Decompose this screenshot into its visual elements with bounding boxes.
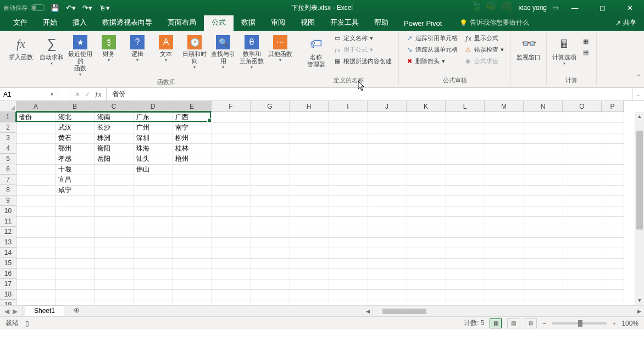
cell[interactable] bbox=[602, 143, 624, 154]
cell[interactable] bbox=[134, 185, 173, 195]
cell[interactable] bbox=[16, 154, 55, 164]
username[interactable]: xiao yong bbox=[519, 4, 547, 12]
cell[interactable] bbox=[290, 206, 329, 216]
cell[interactable] bbox=[290, 216, 329, 227]
cell[interactable] bbox=[563, 133, 602, 143]
row-header-13[interactable]: 13 bbox=[0, 237, 16, 248]
cell[interactable] bbox=[368, 300, 407, 305]
tab-data[interactable]: 数据 bbox=[234, 14, 263, 31]
col-header-F[interactable]: F bbox=[212, 101, 251, 112]
cell[interactable] bbox=[212, 195, 251, 206]
name-box[interactable]: A1▼ bbox=[0, 88, 58, 100]
cell[interactable] bbox=[563, 289, 602, 300]
scroll-down-icon[interactable]: ▼ bbox=[635, 296, 644, 305]
cell[interactable] bbox=[95, 289, 134, 300]
cell[interactable] bbox=[485, 227, 524, 237]
cell[interactable] bbox=[368, 227, 407, 237]
cell[interactable] bbox=[290, 279, 329, 289]
cell[interactable] bbox=[212, 227, 251, 237]
cell[interactable] bbox=[446, 227, 485, 237]
cell[interactable] bbox=[524, 112, 563, 122]
select-all[interactable] bbox=[0, 101, 16, 112]
cell[interactable] bbox=[95, 268, 134, 279]
cell[interactable]: 十堰 bbox=[55, 164, 95, 175]
cell[interactable] bbox=[368, 133, 407, 143]
cell[interactable] bbox=[16, 300, 55, 305]
cell[interactable] bbox=[368, 237, 407, 248]
cell[interactable]: 长沙 bbox=[95, 122, 134, 133]
cell[interactable]: 孝感 bbox=[55, 154, 95, 164]
cell[interactable] bbox=[407, 248, 446, 258]
cell[interactable] bbox=[290, 112, 329, 122]
zoom-out-icon[interactable]: − bbox=[542, 320, 546, 327]
cell[interactable] bbox=[524, 143, 563, 154]
cell[interactable] bbox=[563, 248, 602, 258]
cell[interactable] bbox=[95, 237, 134, 248]
create-from-selection-button[interactable]: ▦根据所选内容创建 bbox=[331, 56, 394, 66]
cell[interactable] bbox=[173, 237, 212, 248]
cell[interactable] bbox=[212, 154, 251, 164]
calc-options-button[interactable]: 🖩计算选项▾ bbox=[551, 33, 578, 66]
cell[interactable] bbox=[485, 289, 524, 300]
row-header-14[interactable]: 14 bbox=[0, 248, 16, 258]
cell[interactable] bbox=[602, 248, 624, 258]
save-icon[interactable]: 💾 bbox=[51, 4, 59, 12]
chevron-down-icon[interactable]: ▼ bbox=[49, 92, 54, 97]
col-header-J[interactable]: J bbox=[368, 101, 407, 112]
tell-me[interactable]: 💡告诉我你想要做什么 bbox=[455, 15, 534, 31]
cell[interactable] bbox=[446, 185, 485, 195]
use-in-formula-button[interactable]: ƒx用于公式 ▾ bbox=[331, 44, 394, 55]
cell[interactable] bbox=[485, 154, 524, 164]
cell[interactable] bbox=[407, 289, 446, 300]
cell[interactable] bbox=[251, 143, 290, 154]
cell[interactable] bbox=[407, 216, 446, 227]
cell[interactable] bbox=[134, 279, 173, 289]
cell[interactable] bbox=[251, 279, 290, 289]
cell[interactable] bbox=[368, 289, 407, 300]
cell[interactable] bbox=[212, 300, 251, 305]
cell[interactable] bbox=[173, 279, 212, 289]
cell[interactable] bbox=[485, 216, 524, 227]
datetime-button[interactable]: 🕐日期和时间▾ bbox=[181, 33, 208, 70]
row-header-4[interactable]: 4 bbox=[0, 143, 16, 154]
cell[interactable] bbox=[524, 300, 563, 305]
row-header-19[interactable]: 19 bbox=[0, 300, 16, 305]
tab-power-pivot[interactable]: Power Pivot bbox=[396, 16, 449, 31]
tab-file[interactable]: 文件 bbox=[5, 14, 35, 31]
cancel-icon[interactable]: ✕ bbox=[75, 91, 80, 98]
cell[interactable]: 柳州 bbox=[173, 133, 212, 143]
cell[interactable] bbox=[55, 279, 95, 289]
add-sheet-button[interactable]: ⊕ bbox=[71, 306, 82, 316]
cell[interactable] bbox=[524, 289, 563, 300]
trace-dependents-button[interactable]: ↘追踪从属单元格 bbox=[403, 44, 460, 55]
cell[interactable] bbox=[524, 175, 563, 185]
cell[interactable] bbox=[251, 195, 290, 206]
cell[interactable] bbox=[251, 216, 290, 227]
more-functions-button[interactable]: ⋯其他函数▾ bbox=[267, 33, 293, 63]
cell[interactable] bbox=[290, 300, 329, 305]
cell[interactable] bbox=[251, 133, 290, 143]
touch-icon[interactable]: 🖱▾ bbox=[99, 4, 110, 12]
cell[interactable] bbox=[173, 258, 212, 268]
cell[interactable] bbox=[368, 248, 407, 258]
calc-sheet-button[interactable]: ▤ bbox=[580, 47, 592, 57]
cell[interactable] bbox=[407, 279, 446, 289]
col-header-N[interactable]: N bbox=[524, 101, 563, 112]
cell[interactable]: 岳阳 bbox=[95, 154, 134, 164]
cell[interactable] bbox=[290, 227, 329, 237]
cell[interactable] bbox=[55, 227, 95, 237]
cell[interactable]: 深圳 bbox=[134, 133, 173, 143]
cell[interactable] bbox=[524, 258, 563, 268]
cell[interactable] bbox=[16, 122, 55, 133]
cell[interactable] bbox=[16, 237, 55, 248]
accept-icon[interactable]: ✓ bbox=[85, 91, 90, 98]
cell[interactable]: 梧州 bbox=[173, 154, 212, 164]
cell[interactable] bbox=[368, 185, 407, 195]
cell[interactable] bbox=[563, 237, 602, 248]
cell[interactable] bbox=[251, 206, 290, 216]
cell[interactable] bbox=[446, 248, 485, 258]
cell[interactable] bbox=[446, 143, 485, 154]
cell[interactable] bbox=[173, 195, 212, 206]
cell[interactable] bbox=[134, 237, 173, 248]
cell[interactable] bbox=[251, 237, 290, 248]
